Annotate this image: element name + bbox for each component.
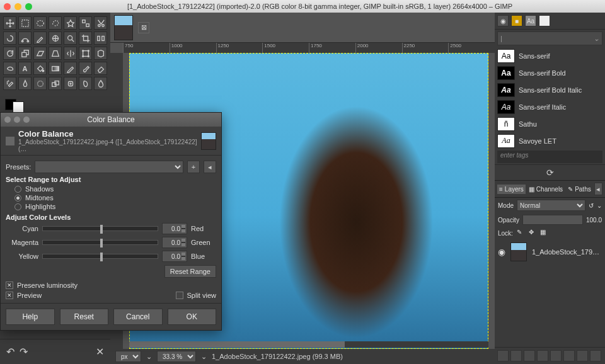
paintbrush-tool-icon[interactable] — [79, 62, 92, 75]
zoom-tool-icon[interactable] — [64, 31, 77, 45]
preview-check[interactable]: ✕Preview — [6, 292, 42, 299]
reset-range-button[interactable]: Reset Range — [164, 265, 216, 278]
horizontal-scrollbar[interactable] — [129, 341, 488, 348]
redo-icon[interactable]: ↷ — [20, 346, 28, 358]
range-highlights-radio[interactable]: Highlights — [6, 202, 216, 211]
tab-channels[interactable]: ▦ Channels — [527, 185, 565, 194]
brushes-tab-icon[interactable]: ◉ — [497, 15, 509, 26]
dialog-min-icon[interactable] — [14, 117, 20, 123]
chevron-down-icon[interactable]: ⌄ — [597, 202, 602, 209]
airbrush-tool-icon[interactable] — [3, 77, 16, 90]
cyan-red-slider[interactable] — [42, 226, 158, 231]
font-list-item[interactable]: AaSans-serif Bold — [495, 64, 605, 81]
perspective-tool-icon[interactable] — [49, 47, 62, 60]
paths-tool-icon[interactable] — [18, 31, 32, 45]
font-list-item[interactable]: AaSavoye LET — [495, 132, 605, 149]
text-tool-icon[interactable]: A — [18, 62, 32, 75]
free-select-tool-icon[interactable] — [49, 16, 62, 30]
gradient-tool-icon[interactable] — [49, 62, 62, 75]
chevron-down-icon[interactable]: ⌄ — [146, 353, 152, 361]
yellow-blue-spin[interactable]: 0.0 — [162, 251, 187, 262]
font-list-item[interactable]: AaSans-serif Bold Italic — [495, 81, 605, 98]
rotate-tool-icon[interactable] — [3, 47, 16, 60]
dock-menu-icon[interactable]: ◂ — [594, 183, 602, 195]
minimize-icon[interactable] — [14, 3, 21, 10]
patterns-tab-icon[interactable]: ■ — [511, 15, 522, 26]
split-view-check[interactable]: Split view — [176, 292, 216, 299]
lock-position-icon[interactable]: ✥ — [529, 229, 538, 237]
range-midtones-radio[interactable]: Midtones — [6, 193, 216, 202]
mask-icon[interactable] — [577, 350, 588, 361]
bucket-fill-tool-icon[interactable] — [33, 62, 47, 75]
scale-tool-icon[interactable] — [18, 47, 32, 60]
font-list-item[interactable]: ñSathu — [495, 115, 605, 132]
tab-close-icon[interactable]: ⊠ — [138, 22, 149, 33]
measure-tool-icon[interactable] — [49, 31, 62, 45]
lock-pixels-icon[interactable]: ✎ — [517, 229, 526, 237]
cancel-button[interactable]: Cancel — [113, 309, 163, 325]
foreground-select-tool-icon[interactable] — [3, 31, 16, 45]
maximize-icon[interactable] — [25, 3, 32, 10]
cage-tool-icon[interactable] — [94, 47, 107, 60]
crop-tool-icon[interactable] — [79, 31, 92, 45]
delete-layer-icon[interactable] — [590, 350, 601, 361]
visibility-icon[interactable]: ◉ — [498, 247, 505, 257]
duplicate-layer-icon[interactable] — [550, 350, 562, 361]
delete-icon[interactable]: ✕ — [96, 346, 104, 358]
range-shadows-radio[interactable]: Shadows — [6, 185, 216, 193]
layer-name[interactable]: 1_AdobeStock_179… — [532, 248, 599, 256]
rect-select-tool-icon[interactable] — [18, 16, 32, 30]
warp-tool-icon[interactable] — [3, 62, 16, 75]
lower-layer-icon[interactable] — [537, 350, 548, 361]
dialog-close-icon[interactable] — [4, 117, 11, 123]
fonts-tab-icon[interactable]: Aa — [525, 15, 536, 26]
dialog-max-icon[interactable] — [23, 117, 30, 123]
undo-icon[interactable]: ↶ — [6, 346, 14, 358]
color-picker-tool-icon[interactable] — [33, 31, 47, 45]
ink-tool-icon[interactable] — [18, 77, 32, 90]
raise-layer-icon[interactable] — [524, 350, 535, 361]
ellipse-select-tool-icon[interactable] — [33, 16, 47, 30]
layer-group-icon[interactable] — [510, 350, 522, 361]
tags-input[interactable]: enter tags — [497, 151, 602, 163]
smudge-tool-icon[interactable] — [79, 77, 92, 90]
add-preset-icon[interactable]: + — [187, 161, 200, 173]
reset-mode-icon[interactable]: ↺ — [589, 202, 594, 209]
image-tab-thumbnail[interactable] — [114, 15, 133, 40]
blur-tool-icon[interactable] — [94, 77, 107, 90]
dialog-titlebar[interactable]: Color Balance — [1, 113, 221, 127]
layer-item[interactable]: ◉ 1_AdobeStock_179… — [495, 239, 605, 264]
lock-alpha-icon[interactable]: ▦ — [540, 229, 549, 237]
fuzzy-select-tool-icon[interactable] — [64, 16, 77, 30]
clone-tool-icon[interactable] — [49, 77, 62, 90]
tab-paths[interactable]: ✎ Paths — [566, 185, 593, 194]
align-tool-icon[interactable] — [94, 31, 107, 45]
zoom-select[interactable]: 33.3 % — [157, 351, 196, 362]
tab-layers[interactable]: ≡ Layers — [497, 185, 526, 194]
magenta-green-slider[interactable] — [42, 240, 158, 245]
unified-transform-tool-icon[interactable] — [79, 47, 92, 60]
chevron-down-icon[interactable]: ⌄ — [201, 353, 207, 361]
move-tool-icon[interactable] — [3, 16, 16, 30]
blend-mode-select[interactable]: Normal — [517, 200, 585, 211]
scissors-tool-icon[interactable] — [94, 16, 107, 30]
font-filter-input[interactable]: |⌄ — [497, 31, 602, 45]
documents-tab-icon[interactable] — [539, 15, 550, 26]
magenta-green-spin[interactable]: 0.0 — [162, 237, 187, 248]
heal-tool-icon[interactable] — [64, 77, 77, 90]
eraser-tool-icon[interactable] — [94, 62, 107, 75]
preset-menu-icon[interactable]: ◂ — [204, 161, 216, 173]
ok-button[interactable]: OK — [168, 309, 217, 325]
shear-tool-icon[interactable] — [33, 47, 47, 60]
flip-tool-icon[interactable] — [64, 47, 77, 60]
presets-select[interactable] — [35, 161, 183, 173]
font-list-item[interactable]: AaSans-serif — [495, 47, 605, 64]
pencil-tool-icon[interactable] — [64, 62, 77, 75]
opacity-slider[interactable] — [522, 215, 583, 225]
merge-down-icon[interactable] — [563, 350, 575, 361]
help-button[interactable]: Help — [6, 309, 55, 325]
preserve-luminosity-check[interactable]: ✕Preserve luminosity — [6, 282, 216, 289]
font-list-item[interactable]: AaSans-serif Italic — [495, 98, 605, 115]
by-color-select-tool-icon[interactable] — [79, 16, 92, 30]
yellow-blue-slider[interactable] — [42, 254, 158, 259]
